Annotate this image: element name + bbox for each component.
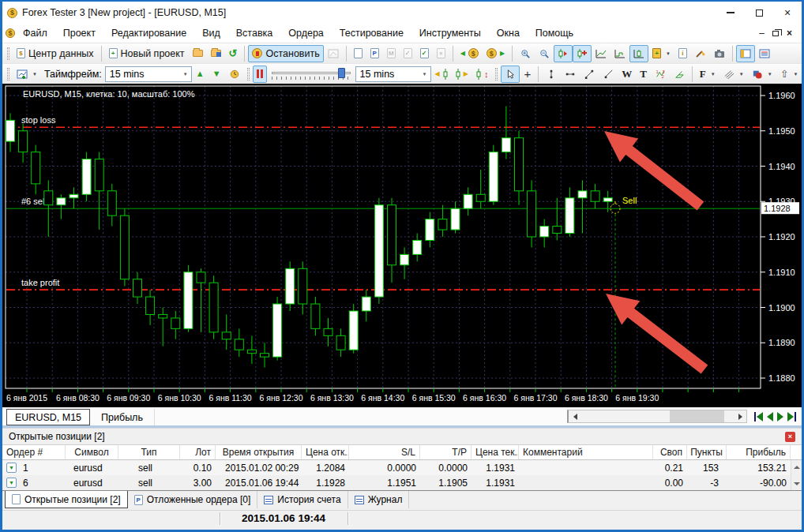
column-sl[interactable]: S/L (349, 445, 420, 459)
shift-chart-button[interactable] (573, 45, 592, 62)
shapes-tool-button[interactable]: ▼ (748, 66, 776, 83)
new-market-order-button[interactable] (350, 45, 366, 62)
timeframe-down-button[interactable]: ▼ (209, 66, 225, 83)
mdi-close-button[interactable]: × (787, 28, 792, 39)
add-note-button[interactable]: + ▼ (648, 45, 674, 62)
menu-testing[interactable]: Тестирование (332, 25, 411, 41)
minimize-button[interactable] (716, 2, 745, 24)
timeframe-select[interactable]: 15 mins ▼ (105, 66, 192, 82)
pattern-123-tool-button[interactable]: 123 (651, 66, 670, 83)
column-profit[interactable]: Прибыль (727, 445, 791, 459)
restart-test-button[interactable]: ↺ (225, 45, 242, 62)
scroll-thumb[interactable] (670, 410, 724, 422)
toolbar-grip[interactable] (247, 68, 250, 81)
test-speed-slider[interactable] (270, 66, 352, 83)
scroll-left-button[interactable] (569, 410, 581, 422)
scroll-up-button[interactable] (791, 460, 802, 474)
deposit-button[interactable]: ◀$ (456, 45, 483, 62)
page-forward-button[interactable] (776, 411, 784, 422)
column-order[interactable]: Ордер # (2, 445, 66, 459)
tick-step-button[interactable]: ↕ (472, 66, 493, 83)
new-pending-order-button[interactable]: P (366, 45, 383, 62)
tab-journal[interactable]: Журнал (348, 491, 410, 508)
tab-pending-orders[interactable]: P Отложенные ордера [0] (128, 491, 258, 508)
elliott-waves-tool-button[interactable]: W (618, 66, 636, 83)
ray-tool-button[interactable] (599, 66, 618, 83)
menu-windows[interactable]: Окна (489, 25, 528, 41)
menu-edit[interactable]: Редактирование (103, 25, 194, 41)
column-open-time[interactable]: Время открытия (216, 445, 302, 459)
close-position-button[interactable]: ✓ (416, 45, 433, 62)
menu-help[interactable]: Помощь (528, 25, 581, 41)
chart-horizontal-scrollbar[interactable] (567, 410, 747, 423)
menu-orders[interactable]: Ордера (280, 25, 332, 41)
draw-polygon-tool-button[interactable] (670, 66, 689, 83)
autoscroll-button[interactable] (554, 45, 573, 62)
symbol-info-button[interactable]: i (674, 45, 691, 62)
new-chart-button[interactable]: ▼ (13, 66, 41, 83)
time-settings-button[interactable] (225, 66, 244, 83)
withdraw-button[interactable]: $▶ (483, 45, 509, 62)
zoom-in-button[interactable] (516, 45, 535, 62)
horizontal-line-tool-button[interactable] (561, 66, 580, 83)
new-project-button[interactable]: + Новый проект (105, 45, 189, 62)
column-points[interactable]: Пункты (687, 445, 727, 459)
menu-project[interactable]: Проект (55, 25, 103, 41)
maximize-button[interactable] (745, 2, 773, 24)
slider-thumb[interactable] (338, 68, 345, 78)
go-to-end-button[interactable] (787, 411, 797, 422)
mdi-minimize-button[interactable]: – (759, 28, 765, 39)
column-lot[interactable]: Лот (180, 445, 216, 459)
scroll-right-button[interactable] (734, 410, 746, 422)
fibonacci-tool-button[interactable]: F ▼ (696, 66, 719, 83)
toolbar-grip[interactable] (7, 47, 9, 60)
candle-chart-mode-button[interactable] (629, 45, 648, 62)
speed-select[interactable]: 15 mins ▼ (355, 66, 431, 82)
step-back-button[interactable]: ◀ (431, 66, 452, 83)
toolbar-grip[interactable] (495, 68, 498, 81)
show-panels-button[interactable] (736, 45, 755, 62)
stop-test-button[interactable]: Остановить (248, 45, 323, 62)
modify-test-button[interactable] (324, 45, 343, 62)
trend-line-tool-button[interactable] (580, 66, 599, 83)
column-symbol[interactable]: Символ (66, 445, 118, 459)
close-button[interactable]: × (773, 2, 802, 24)
positions-vertical-scrollbar[interactable] (791, 460, 802, 490)
delete-order-button[interactable]: × (433, 45, 449, 62)
mdi-restore-button[interactable] (772, 31, 779, 36)
column-type[interactable]: Тип (118, 445, 180, 459)
scroll-track[interactable] (581, 410, 734, 422)
page-back-button[interactable] (766, 411, 774, 422)
save-project-button[interactable] (207, 45, 225, 62)
timeframe-up-button[interactable]: ▲ (192, 66, 209, 83)
data-center-button[interactable]: $ Центр данных (13, 45, 98, 62)
cursor-tool-button[interactable] (501, 66, 520, 83)
crosshair-tool-button[interactable]: + (520, 66, 535, 83)
line-chart-mode-button[interactable] (592, 45, 611, 62)
clear-chart-button[interactable] (691, 45, 710, 62)
candlestick-chart[interactable]: stop losstake profit#6 sellSell1.19601.1… (2, 84, 802, 407)
step-chart-mode-button[interactable] (611, 45, 629, 62)
step-forward-button[interactable]: ▶ (452, 66, 472, 83)
tab-open-positions[interactable]: Открытые позиции [2] (5, 491, 128, 508)
arrows-tool-button[interactable]: ⇧ ▼ (776, 66, 802, 83)
column-open-price[interactable]: Цена отк... (302, 445, 349, 459)
text-tool-button[interactable]: T (636, 66, 651, 83)
tab-account-history[interactable]: История счета (257, 491, 348, 508)
menu-view[interactable]: Вид (194, 25, 228, 41)
go-to-start-button[interactable] (753, 411, 764, 422)
show-journal-panel-button[interactable] (755, 45, 774, 62)
modify-order-button[interactable]: M (383, 45, 400, 62)
zoom-out-button[interactable] (535, 45, 554, 62)
toolbar-grip[interactable] (7, 68, 9, 81)
channels-tool-button[interactable]: ▼ (719, 66, 748, 83)
table-row[interactable]: ▼1 eurusd sell 0.10 2015.01.02 00:29 1.2… (2, 460, 791, 475)
open-project-button[interactable] (189, 45, 207, 62)
tab-eurusd-m15[interactable]: EURUSD, M15 (6, 409, 90, 425)
execute-order-button[interactable]: ✓ (400, 45, 416, 62)
tab-profit[interactable]: Прибыль (90, 409, 155, 425)
screenshot-button[interactable] (710, 45, 729, 62)
column-comment[interactable]: Комментарий (519, 445, 653, 459)
scroll-down-button[interactable] (791, 477, 802, 490)
panel-close-button[interactable]: × (785, 432, 795, 442)
